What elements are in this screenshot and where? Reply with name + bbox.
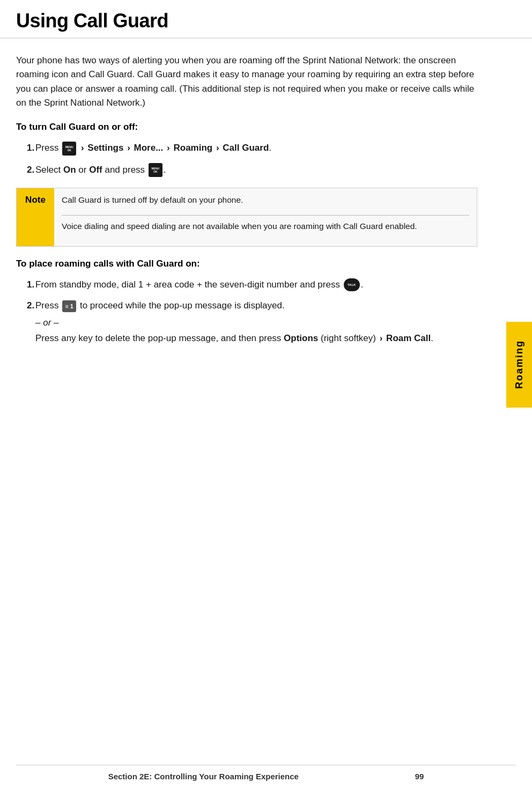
side-tab-label: Roaming [514,340,525,389]
arrow-icon: › [127,143,130,153]
step-content: Press › Settings › More... › Roaming › C… [35,141,477,156]
off-label: Off [89,165,102,175]
section2-heading: To place roaming calls with Call Guard o… [16,259,477,269]
key-1-icon: ≡ 1 [62,300,76,312]
step-content: Press ≡ 1 to proceed while the pop-up me… [35,299,477,345]
arrow-icon: › [167,143,170,153]
note-box: Note Call Guard is turned off by default… [16,188,477,247]
call-guard-label: Call Guard [223,143,269,153]
page-title-section: Using Call Guard [0,0,532,39]
section1-heading: To turn Call Guard on or off: [16,122,477,132]
section1-list: 1. Press › Settings › More... › Roaming … [16,141,477,177]
note-line1: Call Guard is turned off by default on y… [62,194,469,210]
menu-ok-icon [62,142,76,156]
arrow-icon: › [81,143,84,153]
roaming-label: Roaming [173,143,212,153]
on-label: On [63,165,76,175]
options-label: Options [284,333,318,343]
or-line: – or – [35,316,477,330]
intro-paragraph: Your phone has two ways of alerting you … [16,54,477,110]
arrow-icon: › [380,333,383,343]
step-number: 2. [16,163,35,177]
roam-call-label: Roam Call [386,333,431,343]
step-content: Select On or Off and press . [35,163,477,178]
arrow-icon: › [216,143,219,153]
continuation-text: Press any key to delete the pop-up messa… [35,331,477,345]
footer-section: Section 2E: Controlling Your Roaming Exp… [108,772,299,781]
side-tab-roaming: Roaming [506,322,532,408]
list-item: 1. Press › Settings › More... › Roaming … [16,141,477,156]
section2-list: 1. From standby mode, dial 1 + area code… [16,278,477,345]
list-item: 2. Select On or Off and press . [16,163,477,178]
note-divider [62,215,469,216]
step-number: 2. [16,299,35,313]
page-container: Roaming Using Call Guard Your phone has … [0,0,532,797]
note-label: Note [17,188,54,246]
step-content: From standby mode, dial 1 + area code + … [35,278,477,292]
note-content: Call Guard is turned off by default on y… [54,188,477,246]
note-line2: Voice dialing and speed dialing are not … [62,220,469,237]
talk-icon [344,278,360,291]
page-footer: Section 2E: Controlling Your Roaming Exp… [16,765,516,781]
menu-ok-icon [149,163,162,177]
list-item: 1. From standby mode, dial 1 + area code… [16,278,477,292]
settings-label: Settings [87,143,123,153]
footer-page-number: 99 [415,772,424,781]
list-item: 2. Press ≡ 1 to proceed while the pop-up… [16,299,477,345]
step-number: 1. [16,141,35,155]
content-area: Your phone has two ways of alerting you … [0,39,493,367]
page-title: Using Call Guard [16,10,516,32]
step-number: 1. [16,278,35,292]
sub-content: – or – Press any key to delete the pop-u… [35,316,477,345]
more-label: More... [134,143,164,153]
